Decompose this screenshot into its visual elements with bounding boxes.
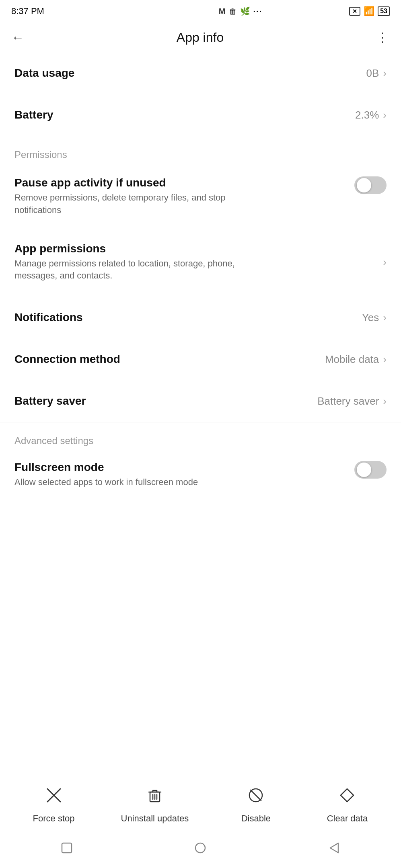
page-title: App info <box>177 30 224 45</box>
fullscreen-mode-subtitle: Allow selected apps to work in fullscree… <box>14 476 256 489</box>
wifi-icon: 📶 <box>364 6 374 16</box>
bottom-action-bar: Force stop Uninstall updates Disable <box>0 775 401 833</box>
svg-rect-9 <box>62 843 72 853</box>
battery-saver-item[interactable]: Battery saver Battery saver › <box>0 380 401 422</box>
connection-method-value: Mobile data <box>325 353 379 366</box>
uninstall-updates-label: Uninstall updates <box>121 813 189 825</box>
app-permissions-title: App permissions <box>14 242 383 255</box>
fullscreen-mode-item[interactable]: Fullscreen mode Allow selected apps to w… <box>0 451 401 503</box>
app-header: ← App info ⋮ <box>0 23 401 52</box>
data-usage-chevron: › <box>383 67 387 80</box>
battery-item[interactable]: Battery 2.3% › <box>0 94 401 136</box>
content-area: Data usage 0B › Battery 2.3% › Permissio… <box>0 52 401 775</box>
back-nav-button[interactable] <box>327 841 341 858</box>
disable-icon <box>247 786 265 808</box>
notifications-chevron: › <box>383 311 387 324</box>
data-usage-title: Data usage <box>14 67 366 80</box>
x-box-icon: ✕ <box>349 7 360 16</box>
disable-button[interactable]: Disable <box>232 786 280 825</box>
pause-app-title: Pause app activity if unused <box>14 176 346 189</box>
notifications-value: Yes <box>362 311 379 324</box>
battery-saver-title: Battery saver <box>14 395 317 407</box>
clear-data-label: Clear data <box>327 813 368 825</box>
pause-app-toggle[interactable] <box>354 176 387 194</box>
app-permissions-item[interactable]: App permissions Manage permissions relat… <box>0 228 401 297</box>
pause-app-subtitle: Remove permissions, delete temporary fil… <box>14 192 256 217</box>
clear-data-icon <box>338 786 356 808</box>
battery-title: Battery <box>14 108 355 121</box>
status-time: 8:37 PM <box>11 6 44 16</box>
data-usage-item[interactable]: Data usage 0B › <box>0 52 401 94</box>
force-stop-button[interactable]: Force stop <box>30 786 78 825</box>
svg-line-7 <box>251 790 261 800</box>
force-stop-icon <box>45 786 63 808</box>
advanced-settings-section-header: Advanced settings <box>0 422 401 451</box>
gmail-icon: M <box>219 7 226 16</box>
more-notif-icon: ··· <box>253 7 263 16</box>
recent-apps-button[interactable] <box>60 841 74 858</box>
more-options-button[interactable]: ⋮ <box>376 30 390 45</box>
content-spacer <box>0 503 401 583</box>
battery-saver-value: Battery saver <box>317 395 379 407</box>
fullscreen-mode-toggle[interactable] <box>354 461 387 479</box>
svg-point-10 <box>195 843 205 853</box>
pause-app-activity-item[interactable]: Pause app activity if unused Remove perm… <box>0 165 401 228</box>
home-button[interactable] <box>193 841 208 858</box>
notifications-item[interactable]: Notifications Yes › <box>0 297 401 338</box>
nav-bar <box>0 833 401 868</box>
battery-value: 2.3% <box>355 109 379 121</box>
trash-notif-icon: 🗑 <box>229 7 237 16</box>
connection-method-chevron: › <box>383 353 387 366</box>
battery-icon: 53 <box>378 6 390 16</box>
battery-chevron: › <box>383 109 387 121</box>
uninstall-updates-icon <box>146 786 164 808</box>
data-usage-value: 0B <box>366 67 379 80</box>
permissions-section-header: Permissions <box>0 136 401 165</box>
force-stop-label: Force stop <box>33 813 75 825</box>
status-bar: 8:37 PM M 🗑 🌿 ··· ✕ 📶 53 <box>0 0 401 23</box>
battery-saver-chevron: › <box>383 395 387 407</box>
uninstall-updates-button[interactable]: Uninstall updates <box>121 786 189 825</box>
svg-marker-11 <box>330 843 338 853</box>
svg-marker-8 <box>341 789 354 802</box>
back-button[interactable]: ← <box>11 30 24 45</box>
app-permissions-subtitle: Manage permissions related to location, … <box>14 258 256 283</box>
disable-label: Disable <box>241 813 271 825</box>
notifications-title: Notifications <box>14 311 362 324</box>
clear-data-button[interactable]: Clear data <box>323 786 371 825</box>
app-permissions-chevron: › <box>383 256 387 268</box>
fullscreen-mode-title: Fullscreen mode <box>14 461 346 474</box>
leaf-icon: 🌿 <box>240 6 250 16</box>
connection-method-item[interactable]: Connection method Mobile data › <box>0 338 401 380</box>
connection-method-title: Connection method <box>14 353 325 366</box>
status-icons: M 🗑 🌿 ··· ✕ 📶 53 <box>219 6 390 16</box>
